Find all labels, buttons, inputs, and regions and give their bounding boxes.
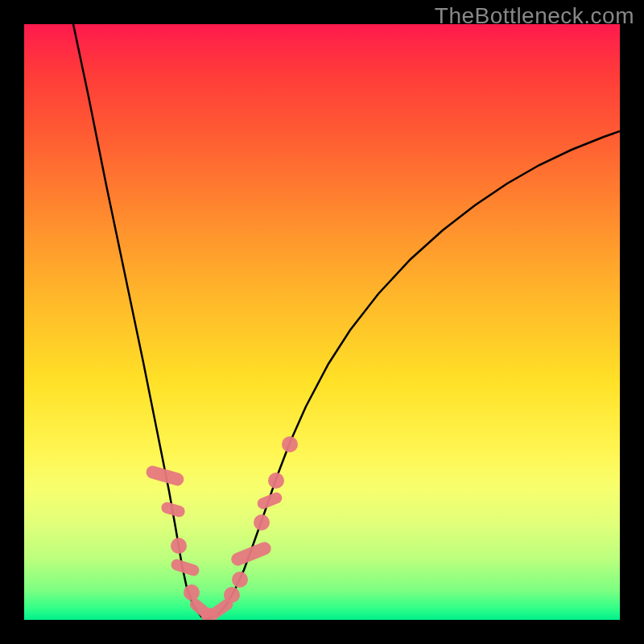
marker-dot <box>282 436 298 452</box>
chart-frame: TheBottleneck.com <box>0 0 644 644</box>
marker-dot <box>268 473 284 489</box>
marker-dot <box>224 587 240 603</box>
plot-area <box>24 24 620 620</box>
marker-dot <box>171 538 187 554</box>
marker-dot <box>254 514 270 530</box>
marker-pill <box>170 558 201 577</box>
data-markers <box>145 436 298 620</box>
marker-pill <box>229 540 273 568</box>
marker-dot <box>232 572 248 588</box>
curve-line <box>73 24 620 619</box>
bottleneck-curve <box>24 24 620 620</box>
marker-dot <box>184 584 200 601</box>
marker-pill <box>256 491 284 511</box>
watermark-text: TheBottleneck.com <box>435 3 634 29</box>
